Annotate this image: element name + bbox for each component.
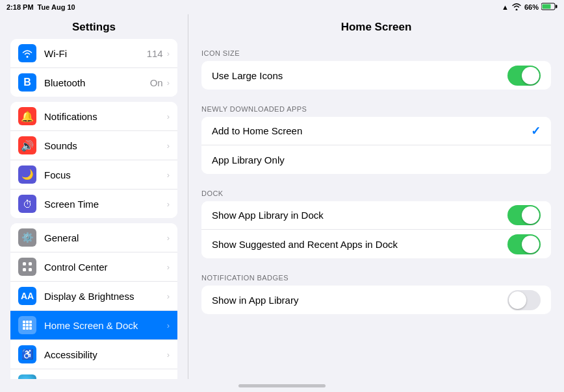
sidebar-item-screentime[interactable]: ⏱ Screen Time ›: [10, 190, 177, 218]
svg-rect-8: [26, 321, 29, 323]
svg-rect-1: [556, 5, 558, 8]
svg-rect-6: [29, 268, 32, 271]
show-suggested-dock-toggle[interactable]: [507, 234, 541, 254]
wifi-label: Wi-Fi: [44, 48, 147, 59]
general-label: General: [44, 232, 167, 243]
toggle-thumb: [522, 67, 539, 84]
bluetooth-label: Bluetooth: [44, 77, 150, 88]
row-add-to-home[interactable]: Add to Home Screen ✓: [201, 117, 551, 145]
chevron-icon: ›: [167, 78, 170, 88]
controlcenter-label: Control Center: [44, 262, 167, 273]
sidebar-group-notifications: 🔔 Notifications › 🔊 Sounds › 🌙 Focus ›: [10, 102, 177, 218]
status-time: 2:18 PM: [6, 3, 34, 11]
display-label: Display & Brightness: [44, 291, 167, 302]
settings-group-icon-size: Use Large Icons: [201, 61, 551, 90]
toggle-thumb: [522, 206, 539, 224]
svg-rect-11: [26, 324, 29, 326]
accessibility-icon: ♿: [18, 345, 36, 363]
row-app-library-only[interactable]: App Library Only: [201, 145, 551, 174]
svg-rect-15: [29, 327, 32, 330]
display-icon: AA: [18, 287, 36, 305]
status-date: Tue Aug 10: [38, 3, 75, 11]
svg-rect-5: [23, 268, 26, 271]
main-layout: Settings Wi-Fi 114 › B Blueto: [0, 14, 564, 379]
svg-rect-12: [29, 324, 32, 326]
home-bar: [238, 384, 326, 387]
section-header-dock: DOCK: [188, 179, 564, 201]
homescreen-icon: [18, 316, 36, 334]
screentime-label: Screen Time: [44, 199, 167, 210]
wallpaper-icon: ✿: [18, 374, 36, 379]
bluetooth-icon: B: [18, 73, 36, 92]
sidebar-item-bluetooth[interactable]: B Bluetooth On ›: [10, 68, 177, 97]
show-in-app-library-label: Show in App Library: [212, 295, 507, 306]
settings-group-dock: Show App Library in Dock Show Suggested …: [201, 201, 551, 258]
sounds-icon: 🔊: [18, 136, 36, 154]
sidebar-item-display[interactable]: AA Display & Brightness ›: [10, 282, 177, 311]
show-app-library-dock-toggle[interactable]: [507, 205, 541, 225]
accessibility-label: Accessibility: [44, 349, 167, 360]
chevron-icon: ›: [167, 291, 170, 301]
svg-rect-3: [23, 262, 26, 265]
sidebar-group-system: ⚙️ General › Control Center ›: [10, 223, 177, 379]
sidebar-item-wifi[interactable]: Wi-Fi 114 ›: [10, 39, 177, 68]
large-icons-label: Use Large Icons: [212, 70, 507, 81]
row-show-in-app-library[interactable]: Show in App Library: [201, 286, 551, 314]
battery-icon: [541, 3, 558, 12]
sidebar-item-focus[interactable]: 🌙 Focus ›: [10, 160, 177, 190]
row-large-icons[interactable]: Use Large Icons: [201, 61, 551, 90]
chevron-icon: ›: [167, 141, 170, 151]
chevron-icon: ›: [167, 199, 170, 209]
show-in-app-library-toggle[interactable]: [507, 290, 541, 310]
status-bar-left: 2:18 PM Tue Aug 10: [6, 3, 75, 11]
sidebar-item-wallpaper[interactable]: ✿ Wallpaper ›: [10, 369, 177, 379]
row-show-app-library-dock[interactable]: Show App Library in Dock: [201, 201, 551, 230]
svg-rect-10: [23, 324, 25, 326]
svg-rect-13: [23, 327, 25, 330]
sounds-label: Sounds: [44, 140, 167, 151]
chevron-icon: ›: [167, 379, 170, 380]
bluetooth-value: On: [150, 77, 163, 88]
wifi-value: 114: [147, 48, 163, 59]
toggle-thumb: [522, 236, 539, 253]
settings-group-newly-downloaded: Add to Home Screen ✓ App Library Only: [201, 117, 551, 174]
row-show-suggested-dock[interactable]: Show Suggested and Recent Apps in Dock: [201, 230, 551, 258]
svg-rect-14: [26, 327, 29, 330]
sidebar-item-sounds[interactable]: 🔊 Sounds ›: [10, 131, 177, 160]
notifications-icon: 🔔: [18, 107, 36, 125]
sidebar: Settings Wi-Fi 114 › B Blueto: [0, 14, 188, 379]
svg-rect-4: [29, 262, 32, 265]
sidebar-item-homescreen[interactable]: Home Screen & Dock ›: [10, 311, 177, 340]
controlcenter-icon: [18, 258, 36, 276]
sidebar-item-accessibility[interactable]: ♿ Accessibility ›: [10, 340, 177, 369]
large-icons-toggle[interactable]: [507, 66, 541, 86]
screentime-icon: ⏱: [18, 195, 36, 213]
sidebar-item-general[interactable]: ⚙️ General ›: [10, 223, 177, 252]
app-library-only-label: App Library Only: [212, 154, 541, 165]
content-area: Home Screen ICON SIZE Use Large Icons NE…: [188, 14, 564, 379]
chevron-icon: ›: [167, 321, 170, 330]
status-bar-right: ▲ 66%: [502, 3, 558, 12]
wifi-icon: [511, 3, 522, 12]
chevron-icon: ›: [167, 262, 170, 272]
svg-rect-9: [29, 321, 32, 323]
chevron-icon: ›: [167, 112, 170, 121]
homescreen-label: Home Screen & Dock: [44, 320, 167, 331]
chevron-icon: ›: [167, 350, 170, 360]
toggle-thumb: [509, 291, 526, 309]
add-to-home-checkmark: ✓: [531, 124, 541, 138]
section-header-notification-badges: NOTIFICATION BADGES: [188, 263, 564, 286]
wallpaper-label: Wallpaper: [44, 378, 167, 380]
svg-rect-2: [543, 5, 551, 9]
status-bar: 2:18 PM Tue Aug 10 ▲ 66%: [0, 0, 564, 14]
content-title: Home Screen: [188, 14, 564, 39]
show-suggested-dock-label: Show Suggested and Recent Apps in Dock: [212, 239, 507, 250]
sidebar-item-notifications[interactable]: 🔔 Notifications ›: [10, 102, 177, 131]
add-to-home-label: Add to Home Screen: [212, 125, 531, 136]
sidebar-group-network: Wi-Fi 114 › B Bluetooth On ›: [10, 39, 177, 97]
chevron-icon: ›: [167, 170, 170, 180]
wifi-icon: [18, 44, 36, 62]
battery-percentage: 66%: [524, 3, 539, 11]
general-icon: ⚙️: [18, 228, 36, 247]
sidebar-item-controlcenter[interactable]: Control Center ›: [10, 252, 177, 282]
